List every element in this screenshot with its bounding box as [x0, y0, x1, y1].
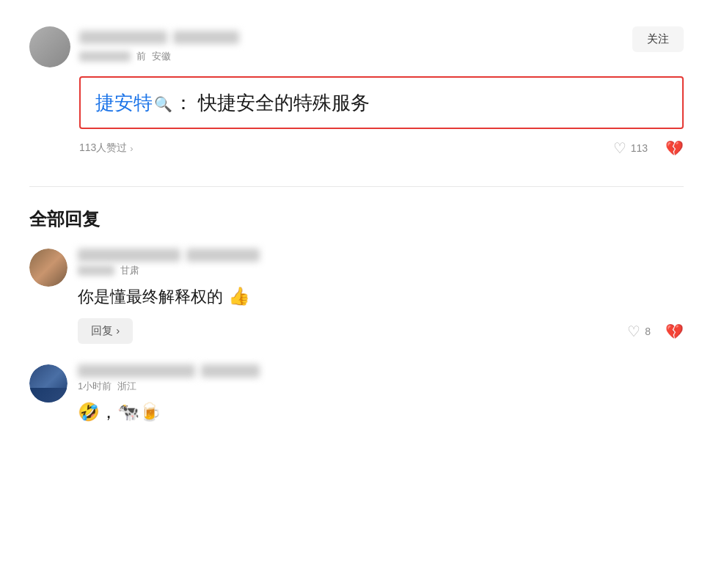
reply-user-meta-2: 1小时前 浙江 — [78, 364, 260, 393]
post-section: 前 安徽 关注 捷安特🔍： 快捷安全的特殊服务 113人赞过 › ♡ — [29, 15, 684, 172]
likes-row: 113人赞过 › ♡ 113 💔 — [79, 139, 684, 157]
replies-title: 全部回复 — [29, 207, 684, 231]
reply-avatar-image-2 — [29, 364, 67, 403]
post-content-text: 捷安特🔍： 快捷安全的特殊服务 — [95, 89, 668, 116]
search-icon-inline: 🔍 — [154, 96, 172, 112]
reply-content-1: 甘肃 你是懂最终解释权的 👍 回复 › ♡ 8 💔 — [78, 249, 684, 344]
username-blur-1 — [79, 31, 167, 44]
reply-item-1: 甘肃 你是懂最终解释权的 👍 回复 › ♡ 8 💔 — [29, 249, 684, 344]
likes-chevron: › — [130, 143, 133, 154]
post-time-blur — [79, 51, 131, 62]
reply-user-meta-1: 甘肃 — [78, 249, 260, 277]
heart-icon: ♡ — [613, 139, 626, 157]
avatar — [29, 26, 70, 67]
main-container: 前 安徽 关注 捷安特🔍： 快捷安全的特殊服务 113人赞过 › ♡ — [0, 0, 713, 469]
reply-username-2b — [201, 364, 260, 378]
username-blur-2 — [173, 31, 239, 44]
section-divider — [29, 186, 684, 187]
reply-avatar-1 — [29, 249, 67, 287]
reply-text-1: 你是懂最终解释权的 👍 — [78, 283, 684, 309]
reply-meta-2: 1小时前 浙江 — [78, 380, 260, 393]
reply-header-1: 甘肃 — [78, 249, 684, 277]
follow-button[interactable]: 关注 — [632, 26, 684, 52]
reply-avatar-2 — [29, 364, 67, 403]
reply-emoji-2: 🤣，🐄🍺 — [78, 402, 161, 422]
replies-section: 全部回复 甘肃 — [29, 202, 684, 434]
reply-time-2: 1小时前 — [78, 380, 111, 393]
post-link-text[interactable]: 捷安特 — [95, 92, 153, 114]
reply-location-2: 浙江 — [117, 380, 136, 393]
likes-right: ♡ 113 💔 — [613, 139, 684, 157]
reply-broken-heart-1: 💔 — [665, 323, 684, 340]
broken-heart-icon: 💔 — [665, 139, 684, 157]
reply-meta-1: 甘肃 — [78, 264, 260, 277]
dislike-action[interactable]: 💔 — [665, 139, 684, 157]
reply-like-1[interactable]: ♡ 8 — [627, 323, 651, 340]
reply-dislike-1[interactable]: 💔 — [665, 323, 684, 340]
reply-likes-1: ♡ 8 💔 — [627, 323, 684, 340]
post-header-left: 前 安徽 — [29, 26, 239, 67]
reply-heart-icon-1: ♡ — [627, 323, 640, 340]
post-time: 前 — [136, 50, 146, 63]
reply-text-2: 🤣，🐄🍺 — [78, 399, 684, 425]
reply-time-blur-1 — [78, 265, 114, 276]
like-count: 113 — [631, 142, 648, 154]
user-info: 前 安徽 — [79, 31, 239, 63]
reply-item-2: 1小时前 浙江 🤣，🐄🍺 — [29, 364, 684, 434]
likes-count-text: 113人赞过 — [79, 142, 127, 155]
post-header: 前 安徽 关注 — [29, 26, 684, 67]
reply-button-1[interactable]: 回复 › — [78, 318, 133, 344]
post-location: 安徽 — [152, 50, 171, 63]
post-content-main: ： 快捷安全的特殊服务 — [174, 92, 370, 114]
reply-content-2: 1小时前 浙江 🤣，🐄🍺 — [78, 364, 684, 434]
reply-header-2: 1小时前 浙江 — [78, 364, 684, 393]
post-meta-row: 前 安徽 — [79, 50, 239, 63]
reply-username-1b — [186, 249, 260, 262]
avatar-image — [29, 26, 70, 67]
username-row — [79, 31, 239, 44]
reply-username-2a — [78, 364, 195, 378]
reply-emoji-1: 👍 — [223, 286, 250, 306]
reply-username-1a — [78, 249, 180, 262]
reply-like-count-1: 8 — [645, 326, 651, 337]
reply-location-1: 甘肃 — [120, 264, 139, 277]
likes-left[interactable]: 113人赞过 › — [79, 142, 134, 155]
reply-avatar-image-1 — [29, 249, 67, 287]
like-action[interactable]: ♡ 113 — [613, 139, 648, 157]
post-content-box: 捷安特🔍： 快捷安全的特殊服务 — [79, 76, 684, 129]
reply-actions-1: 回复 › ♡ 8 💔 — [78, 318, 684, 344]
